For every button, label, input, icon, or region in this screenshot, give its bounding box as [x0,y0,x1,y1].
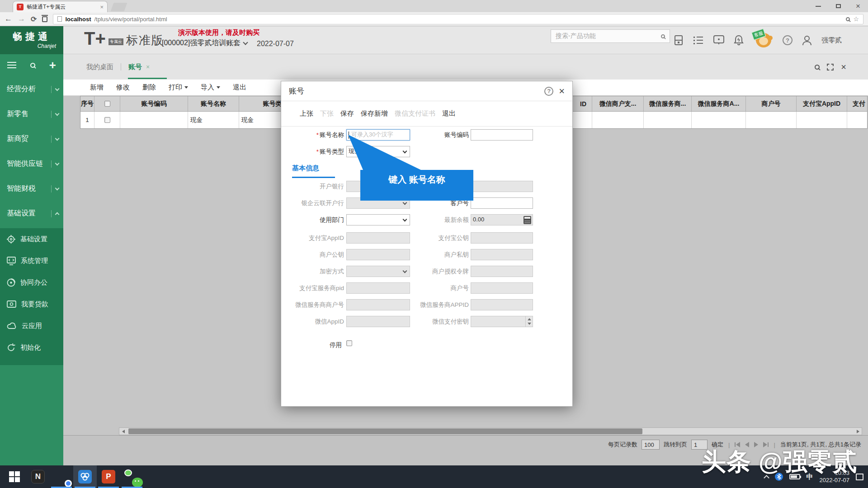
form-label: 账号编码 [410,129,469,141]
sidebar-subitem[interactable]: 我要贷款 [0,293,63,315]
help-icon[interactable]: ? [783,35,793,45]
taskbar-app-powerpoint[interactable]: P [97,465,120,488]
form-row: 使用部门最新余额0.00 [281,214,573,225]
select-field[interactable]: 现金 [346,146,410,157]
toolbar-button-label: 导入 [201,83,214,92]
app-header: 畅捷通 Chanjet T+ 专属云 标准版 演示版本使用，请及时购买 [000… [0,26,868,54]
sidebar-section[interactable]: 基础设置 [0,201,63,226]
sidebar-subitem-label: 系统管理 [21,257,48,265]
per-page-input[interactable]: 100 [642,440,660,450]
form-label: 支付宝公钥 [410,232,469,244]
monitor-icon [7,257,16,265]
sidebar-search-icon[interactable] [30,63,35,68]
toolbar-button[interactable]: 修改 [116,83,130,92]
toolbar-button[interactable]: 导入 [201,83,220,92]
horizontal-scrollbar[interactable] [119,427,862,435]
taskbar-app-wechat[interactable] [120,465,144,488]
add-icon[interactable]: + [49,59,56,71]
product-search-input[interactable]: 搜索-产品功能 [551,29,670,43]
row-checkbox[interactable] [104,117,110,123]
sidebar-subitem[interactable]: 协同办公 [0,272,63,293]
workspace-tab[interactable]: 我的桌面 [86,63,113,71]
tab-basic-info[interactable]: 基本信息 [292,164,319,173]
dialog-toolbar-button[interactable]: 退出 [442,109,456,118]
tab-close-icon[interactable]: × [100,4,104,10]
text-field[interactable]: 可录入30个汉字 [346,129,410,141]
sidebar-section[interactable]: 智能财税 [0,176,63,201]
spin-up-icon[interactable] [528,318,531,320]
scrollbar-thumb[interactable] [128,428,642,434]
sidebar-section[interactable]: 新商贸 [0,127,63,151]
taskbar-app-notepad[interactable]: N [26,465,50,488]
sidebar-subitem[interactable]: 云应用 [0,315,63,337]
column-header: 商户号 [746,96,797,111]
sidebar-section[interactable]: 智能供应链 [0,151,63,176]
dialog-help-icon[interactable]: ? [544,87,553,96]
sidebar-section[interactable]: 新零售 [0,102,63,127]
powerpoint-icon: P [102,470,115,483]
browser-tab[interactable]: T 畅捷通T+专属云 × [13,1,108,12]
window-minimize-button[interactable] [808,0,828,12]
bookmark-star-icon[interactable]: ☆ [853,15,859,23]
notification-bell-icon[interactable] [734,35,744,46]
sidebar-subitem[interactable]: 初始化 [0,337,63,358]
toolbar-button[interactable]: 新增 [90,83,104,92]
text-field[interactable] [471,197,533,209]
fullscreen-icon[interactable] [827,64,834,70]
user-icon[interactable] [802,35,812,46]
chanjet-logo: 畅捷通 Chanjet [0,26,63,54]
forward-icon[interactable]: → [18,14,25,23]
chevron-down-icon [243,40,248,45]
spin-down-icon[interactable] [528,323,531,325]
sidebar-subitem[interactable]: 基础设置 [0,228,63,250]
menu-icon[interactable] [7,62,16,68]
dialog-toolbar-button[interactable]: 保存新增 [361,109,388,118]
trash-icon[interactable] [42,16,47,22]
sidebar-subitem[interactable]: 系统管理 [0,250,63,272]
checklist-icon[interactable] [693,35,704,45]
toolbar-button[interactable]: 打印 [169,83,188,92]
toolbar-button[interactable]: 删除 [142,83,156,92]
window-maximize-button[interactable] [828,0,848,12]
sidebar-section-label: 基础设置 [7,209,51,218]
message-icon[interactable] [713,35,724,45]
customer-service-mascot-icon[interactable]: 客服 [753,31,773,49]
stop-checkbox[interactable] [346,340,352,346]
account-set-selector[interactable]: [000002]强零贰培训账套 [162,38,247,48]
text-field [471,266,533,277]
field-value: 现金 [349,148,360,155]
workspace-tab[interactable]: 账号× [128,63,150,71]
demo-notice: 演示版本使用，请及时购买 [178,28,259,37]
dialog-toolbar-button[interactable]: 上张 [300,109,313,118]
username[interactable]: 强零贰 [821,36,842,45]
dialog-close-icon[interactable]: × [559,86,565,96]
new-tab-button[interactable] [111,3,127,11]
workspace-close-icon[interactable]: × [841,62,846,72]
back-icon[interactable]: ← [5,14,12,23]
scroll-right-icon[interactable] [854,428,862,435]
taskbar-app-chanjet[interactable] [73,465,97,488]
zoom-icon[interactable] [846,17,850,21]
text-field [471,299,533,310]
select-all-checkbox[interactable] [104,101,110,107]
toolbar-button[interactable]: 退出 [233,83,246,92]
form-label: 商户公钥 [281,249,344,260]
dialog-toolbar-button[interactable]: 保存 [340,109,354,118]
tab-close-icon[interactable]: × [146,63,150,70]
window-close-button[interactable]: × [848,0,868,12]
scroll-left-icon[interactable] [119,428,127,435]
calculator-icon[interactable] [524,216,531,224]
workspace-search-icon[interactable] [815,65,820,70]
select-field[interactable] [346,214,410,225]
sidebar-section-label: 新商贸 [7,134,51,144]
reload-icon[interactable]: ⟳ [31,15,37,23]
text-field[interactable] [471,129,533,141]
sidebar-section[interactable]: 经营分析 [0,77,63,102]
taskbar-app-chrome[interactable] [50,465,73,488]
taskbar-app-windows-start[interactable] [3,465,26,488]
form-label: 微信支付密钥 [410,316,469,327]
url-input[interactable]: localhost/tplus/view/portal/portal.html … [53,14,863,24]
cell [847,112,868,128]
sidebar: + 经营分析新零售新商贸智能供应链智能财税基础设置 基础设置系统管理协同办公我要… [0,54,63,465]
calculator-icon[interactable] [674,35,684,46]
